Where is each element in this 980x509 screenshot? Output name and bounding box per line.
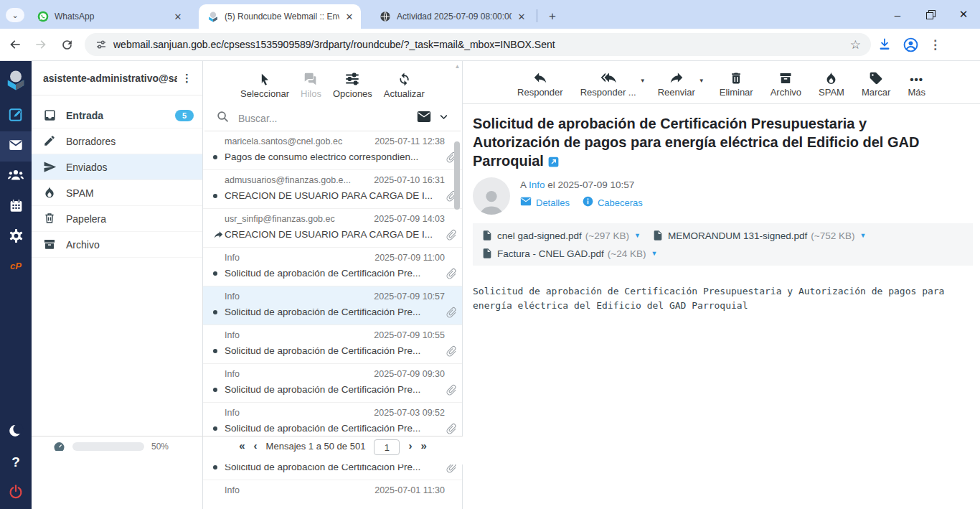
sent-icon xyxy=(43,160,57,174)
window-minimize-button[interactable]: – xyxy=(881,0,914,29)
folder-item-papelera[interactable]: Papelera xyxy=(32,206,202,232)
scroll-up-icon[interactable]: ▲ xyxy=(454,63,461,70)
dark-mode-moon-icon[interactable] xyxy=(0,417,32,447)
site-info-icon[interactable] xyxy=(95,38,108,51)
chrome-menu-icon[interactable]: ⋮ xyxy=(929,37,941,52)
account-menu-icon[interactable]: ⋮ xyxy=(177,72,197,85)
mark-button[interactable]: Marcar xyxy=(862,68,890,98)
attachment-item[interactable]: Factura - CNEL GAD.pdf (~24 KB) ▼ xyxy=(481,248,652,259)
window-close-button[interactable]: ✕ xyxy=(947,0,980,29)
bottom-bar: 50% « ‹ Mensajes 1 a 50 de 501 › » xyxy=(32,436,463,464)
headers-link[interactable]: Cabeceras xyxy=(583,196,643,209)
tab-close-icon[interactable]: ✕ xyxy=(516,11,527,22)
mail-nav-button[interactable] xyxy=(0,131,32,162)
tab-close-icon[interactable]: ✕ xyxy=(172,11,184,22)
unread-dot-icon xyxy=(213,155,225,159)
unread-count-badge: 5 xyxy=(175,110,194,121)
message-list-item[interactable]: maricela.santos@cnel.gob.ec 2025-07-11 1… xyxy=(203,131,462,170)
tab-list-chevron[interactable]: ⌄ xyxy=(6,8,24,22)
address-bar[interactable]: webmail.sanjuan.gob.ec/cpsess1535909589/… xyxy=(85,33,871,56)
reload-button[interactable] xyxy=(56,34,77,55)
reply-all-button[interactable]: Responder ... ▼ xyxy=(580,68,636,98)
downloads-icon[interactable] xyxy=(877,37,892,52)
message-sender: Info xyxy=(225,253,240,263)
message-list-item[interactable]: Info 2025-07-09 10:57 Solicitud de aprob… xyxy=(203,286,462,325)
details-link[interactable]: Detalles xyxy=(520,197,570,208)
url-text[interactable]: webmail.sanjuan.gob.ec/cpsess1535909589/… xyxy=(113,39,850,50)
open-in-new-window-icon[interactable] xyxy=(548,153,559,164)
forward-button-mail[interactable]: Reenviar ▼ xyxy=(658,68,695,98)
refresh-button[interactable]: Actualizar xyxy=(384,70,425,99)
page-input[interactable] xyxy=(374,439,400,455)
search-scope-mail-icon[interactable] xyxy=(417,111,431,126)
recipient-link[interactable]: Info xyxy=(529,179,545,190)
message-list-item[interactable]: Info 2025-07-09 10:55 Solicitud de aprob… xyxy=(203,325,462,364)
profile-icon[interactable] xyxy=(903,37,919,53)
first-page-button[interactable]: « xyxy=(239,439,245,452)
folder-item-borradores[interactable]: Borradores xyxy=(32,129,202,154)
attachment-menu-caret-icon[interactable]: ▼ xyxy=(634,232,641,239)
message-meta: A Info el 2025-07-09 10:57 xyxy=(520,179,643,190)
archive-button[interactable]: Archivo xyxy=(771,68,801,98)
bookmark-star-icon[interactable]: ☆ xyxy=(850,37,861,52)
reply-all-caret-icon[interactable]: ▼ xyxy=(640,78,646,84)
tab-actividad[interactable]: Actividad 2025-07-09 08:00:00 ✕ xyxy=(371,4,533,29)
attachment-item[interactable]: MEMORANDUM 131-signed.pdf (~752 KB) ▼ xyxy=(652,230,964,241)
message-list-item[interactable]: usr_sinfip@finanzas.gob.ec 2025-07-09 14… xyxy=(203,209,462,248)
search-options-chevron-icon[interactable] xyxy=(438,111,449,125)
prev-page-button[interactable]: ‹ xyxy=(254,439,258,452)
tab-close-icon[interactable]: ✕ xyxy=(344,11,355,22)
message-list-item[interactable]: Info 2025-07-09 11:00 Solicitud de aprob… xyxy=(203,248,462,286)
attachments-box: cnel gad-signed.pdf (~297 KB) ▼ MEMORAND… xyxy=(473,223,973,266)
message-date: 2025-07-10 16:31 xyxy=(374,175,445,185)
spam-fire-icon xyxy=(824,68,838,85)
pdf-file-icon xyxy=(652,230,664,241)
options-button[interactable]: Opciones xyxy=(333,70,372,99)
message-date: 2025-07-09 11:00 xyxy=(374,253,445,263)
attachment-menu-caret-icon[interactable]: ▼ xyxy=(651,250,657,257)
folder-item-entrada[interactable]: Entrada 5 xyxy=(32,103,202,129)
new-tab-button[interactable]: + xyxy=(543,7,562,26)
globe-icon xyxy=(380,11,391,22)
search-icon[interactable] xyxy=(216,110,230,126)
compose-button[interactable] xyxy=(0,101,32,131)
scrollbar-thumb[interactable] xyxy=(454,141,460,210)
delete-button[interactable]: Eliminar xyxy=(720,68,753,98)
envelope-icon xyxy=(520,197,532,208)
select-button[interactable]: Seleccionar xyxy=(240,70,289,99)
calendar-nav-button[interactable] xyxy=(0,192,32,222)
message-list-item[interactable]: Info 2025-07-09 09:30 Solicitud de aprob… xyxy=(203,364,462,403)
folder-item-archivo[interactable]: Archivo xyxy=(32,232,202,258)
folder-item-enviados[interactable]: Enviados xyxy=(32,154,202,180)
reply-button[interactable]: Responder xyxy=(517,68,563,98)
spam-button[interactable]: SPAM xyxy=(819,68,844,98)
reply-all-icon xyxy=(600,68,617,85)
settings-nav-button[interactable] xyxy=(0,222,32,252)
forward-caret-icon[interactable]: ▼ xyxy=(699,78,705,84)
threads-button[interactable]: Hilos xyxy=(301,70,321,99)
window-restore-button[interactable] xyxy=(914,0,947,29)
message-date: 2025-07-09 09:30 xyxy=(374,369,445,379)
message-date: 2025-07-09 10:57 xyxy=(374,291,445,302)
forward-button[interactable] xyxy=(30,34,52,55)
attachment-item[interactable]: cnel gad-signed.pdf (~297 KB) ▼ xyxy=(481,230,652,241)
cpanel-button[interactable]: cP xyxy=(0,252,32,279)
help-button[interactable]: ? xyxy=(0,447,32,477)
tab-whatsapp[interactable]: WhatsApp ✕ xyxy=(29,4,189,29)
search-input[interactable] xyxy=(237,112,417,125)
pdf-file-icon xyxy=(481,248,493,259)
message-date: 2025-07-03 09:52 xyxy=(374,408,445,418)
last-page-button[interactable]: » xyxy=(420,439,426,452)
more-button[interactable]: ••• Más xyxy=(908,68,925,98)
attachment-menu-caret-icon[interactable]: ▼ xyxy=(860,232,867,239)
message-list-item[interactable]: admusuarios@finanzas.gob.e... 2025-07-10… xyxy=(203,170,462,209)
message-list-item[interactable]: Info 2025-07-01 11:30 xyxy=(203,480,462,509)
contacts-nav-button[interactable] xyxy=(0,162,32,192)
tab-title: (5) Roundcube Webmail :: Envia xyxy=(225,11,339,22)
unread-dot-icon xyxy=(213,194,225,198)
back-button[interactable] xyxy=(4,34,26,55)
next-page-button[interactable]: › xyxy=(408,439,412,452)
tab-roundcube[interactable]: (5) Roundcube Webmail :: Envia ✕ xyxy=(199,4,361,29)
logout-power-button[interactable] xyxy=(0,477,32,509)
folder-item-spam[interactable]: SPAM xyxy=(32,180,202,206)
